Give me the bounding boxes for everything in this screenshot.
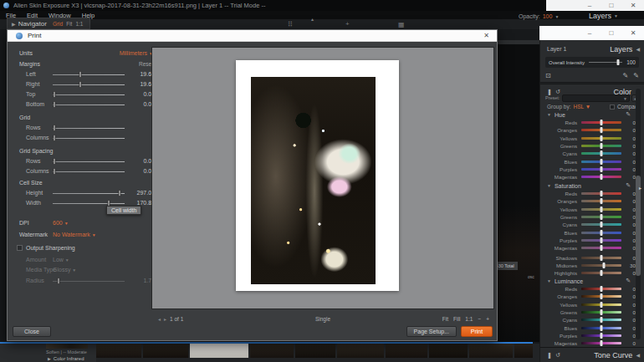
chevron-down-icon[interactable]: ▼: [623, 96, 627, 101]
slider-handle[interactable]: [118, 190, 120, 196]
collapse-panel-icon[interactable]: ▴: [311, 16, 314, 23]
collapse-left-icon[interactable]: ◀: [636, 352, 640, 358]
amount-dropdown[interactable]: Low ▼: [53, 257, 69, 263]
saturation-slider[interactable]: [581, 192, 621, 195]
brush-icon[interactable]: ✎: [623, 73, 629, 79]
intensity-slider[interactable]: [589, 62, 622, 63]
expand-arrow-icon[interactable]: ▶: [48, 356, 51, 361]
preset-group-color-infrared[interactable]: ▶Color Infrared: [48, 356, 84, 361]
hue-section-header[interactable]: ▼ Hue ✎: [540, 110, 644, 119]
overall-intensity-control[interactable]: Overall Intensity 100: [545, 57, 639, 68]
chevron-down-icon[interactable]: ▼: [614, 13, 618, 18]
compact-checkbox[interactable]: [610, 105, 615, 110]
luminance-slider[interactable]: [581, 295, 621, 298]
triangle-down-icon[interactable]: ▼: [547, 183, 551, 188]
tone-slider[interactable]: [581, 272, 621, 274]
slider-handle[interactable]: [79, 81, 81, 88]
saturation-slider[interactable]: [581, 200, 621, 202]
units-dropdown[interactable]: Millimeters ▼: [120, 50, 153, 56]
grid-slider[interactable]: [53, 128, 125, 129]
slider-handle[interactable]: [601, 198, 603, 204]
dialog-close-icon[interactable]: ✕: [483, 32, 489, 39]
layers-menu[interactable]: Layers ▼: [589, 12, 618, 20]
nav-mode-grid[interactable]: Grid: [53, 21, 63, 27]
luminance-slider[interactable]: [581, 311, 621, 314]
group-by-dropdown[interactable]: HSL ▼: [574, 104, 591, 110]
filmstrip-thumbnail[interactable]: [250, 344, 294, 358]
watermark-dropdown[interactable]: No Watermark ▼: [53, 232, 96, 237]
slider-handle[interactable]: [53, 135, 55, 141]
dpi-dropdown[interactable]: 600 ▼: [53, 220, 69, 226]
margin-slider[interactable]: [53, 105, 125, 105]
slider-handle[interactable]: [601, 245, 603, 251]
filmstrip-thumbnail[interactable]: [386, 344, 427, 358]
panel-divider[interactable]: [540, 82, 644, 84]
tone-curve-header[interactable]: ❚ ↺ Tone Curve ◀: [540, 347, 644, 362]
hue-slider[interactable]: [581, 168, 621, 171]
slider-handle[interactable]: [601, 174, 603, 180]
hue-slider[interactable]: [581, 145, 621, 147]
grid-view-icon[interactable]: ▦: [398, 22, 405, 28]
grid-spacing-slider[interactable]: [53, 161, 125, 162]
saturation-slider[interactable]: [581, 247, 621, 249]
grid-spacing-slider[interactable]: [53, 171, 125, 172]
layer-name[interactable]: Layer 1: [547, 46, 566, 52]
media-type-dropdown[interactable]: Glossy ▼: [53, 267, 76, 273]
tone-slider[interactable]: [581, 257, 621, 259]
maximize-icon[interactable]: □: [601, 2, 622, 9]
tone-slider[interactable]: [581, 264, 621, 267]
radius-slider[interactable]: [53, 281, 125, 282]
triangle-down-icon[interactable]: ▼: [547, 278, 551, 283]
luminance-slider[interactable]: [581, 288, 621, 290]
slider-handle[interactable]: [601, 143, 603, 149]
slider-handle[interactable]: [601, 286, 603, 292]
hue-slider[interactable]: [581, 121, 621, 124]
saturation-slider[interactable]: [581, 232, 621, 234]
slider-handle[interactable]: [601, 325, 603, 331]
slider-handle[interactable]: [601, 293, 603, 299]
slider-handle[interactable]: [601, 309, 603, 315]
slider-handle[interactable]: [601, 340, 603, 346]
maximize-icon[interactable]: □: [601, 29, 622, 37]
output-sharpening-checkbox[interactable]: [17, 245, 23, 251]
reset-icon[interactable]: ↺: [555, 352, 560, 359]
eyedropper-icon[interactable]: ✎: [626, 111, 631, 118]
eyedropper-icon[interactable]: ✎: [626, 182, 631, 189]
slider-handle[interactable]: [53, 91, 55, 98]
filmstrip-thumbnail[interactable]: [295, 344, 335, 358]
filmstrip-thumbnail[interactable]: [429, 344, 468, 358]
nav-mode-fit[interactable]: Fit: [66, 21, 72, 27]
saturation-slider[interactable]: [581, 216, 621, 218]
print-dialog-titlebar[interactable]: Print ✕: [8, 30, 497, 42]
print-button[interactable]: Print: [461, 326, 493, 337]
hue-slider[interactable]: [581, 161, 621, 163]
hue-slider[interactable]: [581, 137, 621, 140]
close-button[interactable]: Close: [13, 326, 51, 337]
slider-handle[interactable]: [53, 101, 55, 108]
saturation-slider[interactable]: [581, 239, 621, 242]
cell-size-slider[interactable]: [53, 193, 125, 194]
navigator-panel[interactable]: ▶ Navigator Grid Fit 1:1: [7, 18, 90, 29]
eyedropper-icon[interactable]: ✎: [626, 278, 631, 284]
crop-icon[interactable]: ⊡: [545, 73, 551, 79]
slider-handle[interactable]: [601, 317, 603, 323]
luminance-section-header[interactable]: ▼ Luminance ✎: [540, 277, 644, 285]
opacity-value[interactable]: 100: [543, 13, 553, 19]
slider-handle[interactable]: [601, 270, 603, 276]
hue-slider[interactable]: [581, 152, 621, 155]
slider-handle[interactable]: [601, 127, 603, 133]
chevron-down-icon[interactable]: ▼: [555, 14, 559, 19]
luminance-slider[interactable]: [581, 327, 621, 329]
slider-handle[interactable]: [617, 59, 620, 65]
filmstrip-thumbnail[interactable]: [337, 344, 384, 358]
slider-handle[interactable]: [601, 135, 603, 141]
expand-arrow-icon[interactable]: ▶: [12, 21, 16, 27]
margin-slider[interactable]: [53, 84, 125, 85]
margin-slider[interactable]: [53, 74, 125, 75]
collapse-left-icon[interactable]: ◀: [636, 46, 640, 52]
preset-dropdown[interactable]: ▼: [562, 94, 630, 102]
hue-slider[interactable]: [581, 176, 621, 178]
luminance-slider[interactable]: [581, 334, 621, 337]
filmstrip-thumbnail[interactable]: [190, 344, 248, 358]
slider-handle[interactable]: [601, 150, 603, 156]
